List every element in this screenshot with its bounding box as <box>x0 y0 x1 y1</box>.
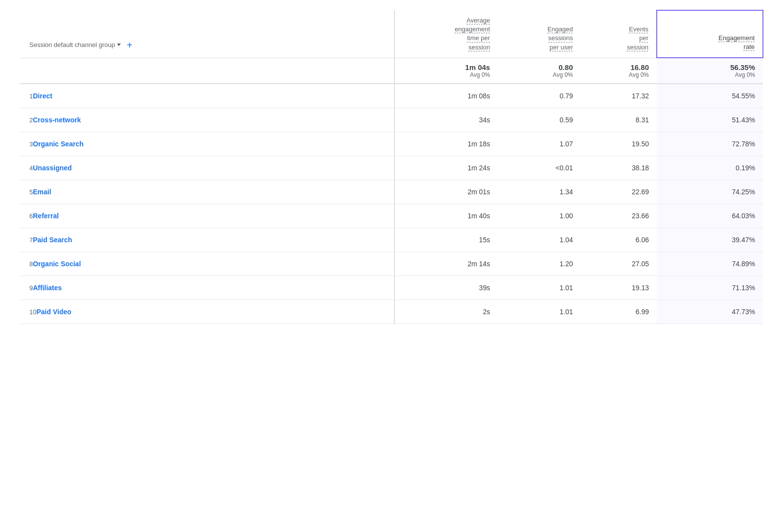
cell-events-per-session: 6.99 <box>581 300 657 324</box>
cell-avg-engagement-time: 39s <box>395 276 498 300</box>
cell-avg-engagement-time: 15s <box>395 228 498 252</box>
cell-events-per-session: 6.06 <box>581 228 657 252</box>
col-header-avg-engagement-time: Averageengagementtime persession <box>395 10 498 58</box>
summary-channel-cell <box>20 58 394 84</box>
channel-name[interactable]: Email <box>33 188 51 196</box>
col-header-engagement-rate: Engagementrate <box>657 10 763 58</box>
cell-engaged-sessions: 1.01 <box>498 276 580 300</box>
cell-avg-engagement-time: 1m 08s <box>395 84 498 108</box>
cell-events-per-session: 27.05 <box>581 252 657 276</box>
cell-events-per-session: 38.18 <box>581 156 657 180</box>
channel-name[interactable]: Organic Social <box>33 260 81 268</box>
cell-events-per-session: 8.31 <box>581 108 657 132</box>
summary-avg-engagement-time: 1m 04s Avg 0% <box>395 58 498 84</box>
cell-avg-engagement-time: 2m 01s <box>395 180 498 204</box>
summary-engagement-rate: 56.35% Avg 0% <box>657 58 763 84</box>
cell-engagement-rate: 71.13% <box>657 276 763 300</box>
channel-name[interactable]: Referral <box>33 212 59 220</box>
table-row: 8Organic Social2m 14s1.2027.0574.89% <box>20 252 763 276</box>
table-row: 3Organic Search1m 18s1.0719.5072.78% <box>20 132 763 156</box>
cell-engagement-rate: 47.73% <box>657 300 763 324</box>
cell-engaged-sessions: 0.79 <box>498 84 580 108</box>
col-header-events-per-session: Eventspersession <box>581 10 657 58</box>
table-row: 5Email2m 01s1.3422.6974.25% <box>20 180 763 204</box>
table-body: 1Direct1m 08s0.7917.3254.55%2Cross-netwo… <box>20 84 763 324</box>
channel-name[interactable]: Paid Search <box>33 236 72 244</box>
table-row: 9Affiliates39s1.0119.1371.13% <box>20 276 763 300</box>
cell-engaged-sessions: 1.07 <box>498 132 580 156</box>
table-row: 6Referral1m 40s1.0023.6664.03% <box>20 204 763 228</box>
channel-name[interactable]: Affiliates <box>33 284 62 292</box>
cell-events-per-session: 23.66 <box>581 204 657 228</box>
row-number: 10 <box>29 308 36 316</box>
summary-row: 1m 04s Avg 0% 0.80 Avg 0% 16.80 Avg 0% 5… <box>20 58 763 84</box>
channel-name[interactable]: Paid Video <box>36 308 71 316</box>
add-dimension-button[interactable]: + <box>127 38 133 52</box>
cell-engagement-rate: 39.47% <box>657 228 763 252</box>
cell-engaged-sessions: 0.59 <box>498 108 580 132</box>
table-row: 10Paid Video2s1.016.9947.73% <box>20 300 763 324</box>
cell-events-per-session: 19.13 <box>581 276 657 300</box>
cell-avg-engagement-time: 1m 40s <box>395 204 498 228</box>
summary-events-per-session: 16.80 Avg 0% <box>581 58 657 84</box>
cell-events-per-session: 19.50 <box>581 132 657 156</box>
cell-engaged-sessions: 1.20 <box>498 252 580 276</box>
channel-name[interactable]: Cross-network <box>33 116 81 124</box>
cell-avg-engagement-time: 1m 18s <box>395 132 498 156</box>
dimension-header: Session default channel group + <box>20 10 394 58</box>
table-row: 1Direct1m 08s0.7917.3254.55% <box>20 84 763 108</box>
table-row: 7Paid Search15s1.046.0639.47% <box>20 228 763 252</box>
cell-engaged-sessions: 1.04 <box>498 228 580 252</box>
cell-engagement-rate: 0.19% <box>657 156 763 180</box>
cell-engaged-sessions: <0.01 <box>498 156 580 180</box>
col-header-engaged-sessions: Engagedsessionsper user <box>498 10 580 58</box>
cell-events-per-session: 17.32 <box>581 84 657 108</box>
filter-chevron-icon[interactable] <box>117 44 121 46</box>
cell-engaged-sessions: 1.01 <box>498 300 580 324</box>
summary-engaged-sessions: 0.80 Avg 0% <box>498 58 580 84</box>
cell-engagement-rate: 64.03% <box>657 204 763 228</box>
channel-name[interactable]: Unassigned <box>33 164 71 172</box>
table-row: 2Cross-network34s0.598.3151.43% <box>20 108 763 132</box>
table-row: 4Unassigned1m 24s<0.0138.180.19% <box>20 156 763 180</box>
cell-engaged-sessions: 1.34 <box>498 180 580 204</box>
dimension-label: Session default channel group <box>29 41 115 49</box>
cell-engagement-rate: 51.43% <box>657 108 763 132</box>
cell-avg-engagement-time: 2s <box>395 300 498 324</box>
cell-engagement-rate: 74.25% <box>657 180 763 204</box>
cell-avg-engagement-time: 34s <box>395 108 498 132</box>
channel-name[interactable]: Organic Search <box>33 140 84 148</box>
data-table: Session default channel group + Averagee… <box>20 10 763 324</box>
channel-name[interactable]: Direct <box>33 92 52 100</box>
cell-avg-engagement-time: 2m 14s <box>395 252 498 276</box>
table-container: Session default channel group + Averagee… <box>0 0 783 532</box>
cell-avg-engagement-time: 1m 24s <box>395 156 498 180</box>
cell-events-per-session: 22.69 <box>581 180 657 204</box>
cell-engagement-rate: 72.78% <box>657 132 763 156</box>
cell-engaged-sessions: 1.00 <box>498 204 580 228</box>
cell-engagement-rate: 54.55% <box>657 84 763 108</box>
cell-engagement-rate: 74.89% <box>657 252 763 276</box>
